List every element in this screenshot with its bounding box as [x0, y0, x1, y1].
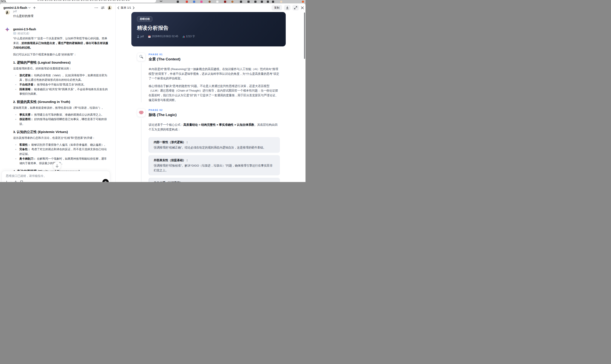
extension-icon[interactable] — [302, 1, 304, 3]
extension-icon[interactable] — [177, 1, 179, 3]
assistant-message: “什么是好的推理？”这是一个涉及逻辑学、认知科学和哲学核心的问题。简单来说，好的… — [13, 36, 108, 182]
card-title: 外部真实性（前提基础）： — [154, 158, 275, 162]
next-version-button[interactable] — [133, 6, 134, 9]
report-badge: 思维过程 — [137, 16, 152, 22]
section-bullets: 事实支撑： 推理建立在可靠的数据、准确的观测或公认的真理之上。假设透明： 好的推… — [13, 112, 108, 126]
tools-sparkle-icon[interactable] — [14, 181, 17, 182]
chat-panel: gemini-2.5-flash — [0, 3, 115, 182]
download-button[interactable] — [284, 5, 291, 11]
phase-connector-line — [141, 119, 142, 182]
extension-icon[interactable] — [209, 1, 211, 3]
phase-block: PHASE 01全景 (The Context)本内容是对“推理 (Reason… — [137, 53, 280, 102]
report-hero-card: 思维过程 精读分析报告 jeff 2026年01月08日 02:45 — [131, 12, 286, 46]
bullet-item: 因果清晰： 能准确区分“相关性”和“因果关系”，不会轻率地将先后发生的事情归为因… — [13, 87, 108, 96]
report-author: jeff — [137, 35, 144, 38]
model-name: gemini-2.5-flash — [13, 27, 36, 31]
book-icon — [13, 32, 16, 35]
model-status: 精读完成! — [13, 32, 29, 36]
user-message: 什么是好的推理 — [13, 14, 34, 18]
extension-icon[interactable] — [254, 1, 256, 3]
dimension-card: 内部一致性（形式逻辑）：强调推理的“机械正确”。结论必须在给定的规则系统内逻辑自… — [148, 137, 280, 153]
user-avatar[interactable] — [107, 6, 112, 10]
browser-toolbar — [0, 0, 306, 3]
bullet-item: 客观性： 能够识别并尽量排除个人偏见（如幸存者偏差、确认偏差）。 — [13, 143, 108, 147]
extension-icon[interactable] — [186, 1, 188, 3]
section-heading: 2. 前提的真实性 (Grounding in Truth) — [13, 100, 108, 104]
phase-title: 全景 (The Context) — [148, 57, 280, 62]
extension-icon[interactable] — [224, 1, 226, 3]
dimension-card: 外部真实性（前提基础）：强调推理的“经验校准”。解决“GIGO（垃圾进，垃圾出）… — [148, 155, 280, 175]
bullet-item: 事实支撑： 推理建立在可靠的数据、准确的观测或公认的真理之上。 — [13, 112, 108, 117]
close-panel-button[interactable] — [301, 6, 304, 9]
assistant-intro: “什么是好的推理？”这是一个涉及逻辑学、认知科学和哲学核心的问题。简单来说，好的… — [13, 36, 108, 50]
divider — [11, 181, 11, 182]
bullet-item: 形式逻辑： 结构必须有效（Valid）。比如演绎推理中，如果前提全部为真，那么通… — [13, 73, 108, 82]
extension-icon[interactable] — [231, 1, 233, 3]
composer-placeholder: 思维接口已就绪，请传输指令。 — [6, 174, 46, 178]
message-composer[interactable]: 思维接口已就绪，请传输指令。 — [1, 171, 110, 182]
phase-icon-column — [137, 108, 146, 182]
model-selector[interactable]: gemini-2.5-flash — [3, 6, 30, 10]
brain-icon — [139, 111, 144, 115]
screen: gemini-2.5-flash — [0, 0, 306, 182]
report-title: 精读分析报告 — [137, 25, 280, 31]
bullet-item: 不自相矛盾： 推理链条中不能出现“既是又非”的情况。 — [13, 82, 108, 87]
phase-label: PHASE 01 — [148, 53, 280, 56]
download-icon — [286, 6, 289, 9]
chat-settings-button[interactable] — [101, 6, 105, 9]
plus-icon — [33, 6, 36, 9]
phase-paragraph: 核心情境在于解决“思考的随意性”问题。不论是人类通过批判性思维进行决策，还是大语… — [148, 84, 280, 102]
extension-icon[interactable] — [216, 1, 218, 3]
scroll-to-bottom-button[interactable] — [53, 162, 61, 170]
copy-button[interactable]: 复制 — [272, 5, 282, 11]
bullet-item: 完备性： 考虑了对立的观点和潜在的反证，而不是只选择支持自己结论的证据。 — [13, 147, 108, 156]
phase-block: PHASE 02脉络 (The Logic)该论述基于一个核心公式：高质量结论 … — [137, 108, 280, 182]
chat-title: gemini-2.5-flash — [3, 6, 27, 10]
expand-button[interactable] — [292, 5, 299, 11]
voice-input-button[interactable] — [102, 179, 109, 182]
expand-icon — [294, 6, 297, 9]
sliders-icon — [101, 6, 105, 9]
profile-avatar[interactable] — [280, 1, 282, 3]
gemini-star-icon — [5, 27, 10, 32]
phase-icon-column — [137, 53, 146, 102]
card-body: 强调推理的“经验校准”。解决“GIGO（垃圾进，垃圾出）”问题，确保推理引擎运行… — [154, 163, 275, 172]
bullet-item: 假设透明： 好的推理会明确指明哪些是已知事实，哪些是基于可能的假设。 — [13, 117, 108, 126]
chat-header: gemini-2.5-flash — [0, 3, 115, 10]
extension-icon[interactable] — [272, 1, 274, 3]
extension-icon[interactable] — [240, 1, 242, 3]
attach-plus-icon[interactable] — [5, 181, 8, 182]
scrollbar-thumb[interactable] — [304, 13, 305, 59]
artifact-content: 思维过程 精读分析报告 jeff 2026年01月08日 02:45 — [116, 12, 306, 182]
close-icon — [301, 6, 304, 9]
extension-icon[interactable] — [267, 1, 269, 3]
extension-icon[interactable] — [200, 1, 202, 3]
phase-icon-card — [137, 108, 146, 117]
assistant-lead: 我们可以从以下四个维度来衡量什么是“好的推理”： — [13, 52, 108, 57]
chat-menu-button[interactable] — [95, 7, 98, 8]
chevron-right-icon — [133, 6, 134, 9]
phase-connector-line — [141, 63, 142, 102]
phase-body: PHASE 02脉络 (The Logic)该论述基于一个核心公式：高质量结论 … — [148, 108, 280, 182]
dimension-card: 主体伦理（认识美德）：转向推理者的心理特征。引入奥卡姆剃刀和反向论证，旨在克服人… — [148, 178, 280, 182]
bar-chart-icon — [183, 35, 185, 38]
card-body: 强调推理的“机械正确”。结论必须在给定的规则系统内逻辑自洽，这是推理的硬件基础。 — [154, 145, 275, 150]
waveform-icon — [104, 181, 107, 182]
section-heading: 3. 认知的公正性 (Epistemic Virtues) — [13, 130, 108, 134]
person-icon — [137, 35, 139, 38]
app-window: gemini-2.5-flash — [0, 3, 306, 182]
extension-icon[interactable] — [193, 1, 195, 3]
magnifier-icon — [139, 55, 144, 59]
section-heading: 1. 逻辑的严密性 (Logical Soundness) — [13, 60, 108, 65]
phase-label: PHASE 02 — [148, 109, 280, 111]
ellipsis-icon — [95, 7, 98, 8]
chevron-down-icon — [28, 7, 30, 9]
bookmark-icon[interactable] — [20, 181, 23, 182]
extension-icon[interactable] — [261, 1, 263, 3]
extension-icon[interactable] — [247, 1, 250, 3]
report-datetime: 2026年01月08日 02:45 — [148, 35, 178, 38]
new-chat-button[interactable] — [33, 6, 36, 9]
section-intro: 这涉及推理者的心态和方法论，也是区分“杠精”和“思想家”的关键： — [13, 136, 108, 140]
card-title: 主体伦理（认识美德）： — [154, 181, 275, 182]
prev-version-button[interactable] — [117, 6, 119, 9]
